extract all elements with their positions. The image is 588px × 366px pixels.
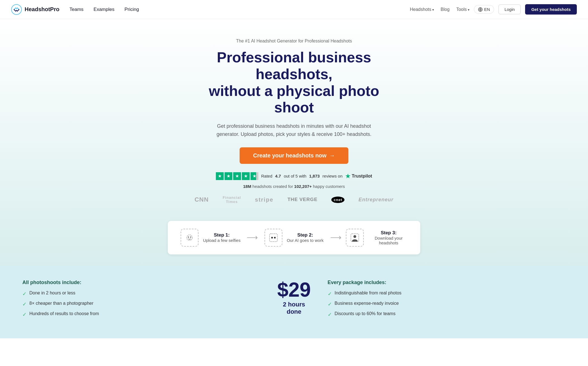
trustpilot-star-icon: ★ [345,173,350,180]
pricing-nav-link[interactable]: Pricing [124,7,139,12]
check-icon-r3: ✓ [328,311,332,318]
feature-text-1: Done in 2 hours or less [29,291,75,296]
examples-nav-link[interactable]: Examples [94,7,115,12]
check-icon-r2: ✓ [328,301,332,307]
trustpilot-name: Trustpilot [352,174,372,179]
lang-label: EN [484,7,490,12]
check-icon-3: ✓ [22,311,27,318]
right-feature-text-2: Business expense-ready invoice [335,301,399,306]
step-1-text: Step 1: Upload a few selfies [203,232,240,243]
trustpilot-stars: ★ ★ ★ ★ ★ [216,172,258,180]
step-3-icon [346,229,364,247]
step-1-desc: Upload a few selfies [203,238,240,243]
star-1: ★ [216,172,224,180]
blog-nav-link[interactable]: Blog [441,7,450,12]
hero-cta-button[interactable]: Create your headshots now → [240,147,348,164]
right-feature-text-1: Indistinguishable from real photos [335,291,402,296]
login-button[interactable]: Login [499,4,521,14]
check-icon-1: ✓ [22,291,27,297]
nav-right: Headshots Blog Tools EN Login Get your h… [410,4,577,15]
features-right-col: Every package includes: ✓ Indistinguisha… [328,280,566,322]
get-headshots-nav-button[interactable]: Get your headshots [525,4,577,15]
svg-point-2 [187,235,192,240]
hero-section: The #1 AI Headshot Generator for Profess… [0,19,588,266]
out-of-text: out of 5 with [284,174,306,178]
check-icon-2: ✓ [22,301,27,307]
customers-count: 102,207+ [294,184,312,189]
globe-icon [478,7,483,12]
step-2-arrow: ⟶ [330,233,341,242]
hero-description: Get professional business headshots in m… [210,122,378,138]
svg-point-9 [353,235,356,238]
features-right-title: Every package includes: [328,280,566,285]
svg-rect-5 [270,234,277,242]
teams-nav-link[interactable]: Teams [69,7,83,12]
selfie-icon [185,233,195,243]
hero-title-line1: Professional business headshots, [217,49,371,82]
step-2-title: Step 2: [287,232,324,238]
svg-point-3 [188,237,189,238]
svg-point-4 [190,237,191,238]
price-value: $29 [277,280,311,300]
right-feature-item-3: ✓ Discounts up to 60% for teams [328,311,566,318]
features-left-col: All photoshoots include: ✓ Done in 2 hou… [22,280,260,322]
fade-section: The #1 AI Headshot Generator for Profess… [0,19,588,338]
svg-point-7 [274,237,276,239]
features-section: All photoshoots include: ✓ Done in 2 hou… [0,266,588,338]
press-logo-cnet: cnet [331,197,344,203]
trustpilot-logo: ★ Trustpilot [345,173,372,180]
press-logo-stripe: stripe [255,197,273,203]
logo-link[interactable]: HeadshotPro [11,4,59,15]
features-left-title: All photoshoots include: [22,280,260,285]
hero-title: Professional business headshots, without… [193,49,395,116]
review-count: 1,873 [309,174,320,178]
hero-title-line2: without a physical photo shoot [209,83,379,116]
nav-left: HeadshotPro Teams Examples Pricing [11,4,139,15]
star-4: ★ [242,172,250,180]
language-button[interactable]: EN [474,5,494,14]
trust-score: 4.7 [275,174,281,178]
star-3: ★ [233,172,241,180]
feature-item-3: ✓ Hundreds of results to choose from [22,311,260,318]
headshots-nav-link[interactable]: Headshots [410,7,434,12]
logo-icon [11,4,22,15]
ai-work-icon [268,233,278,243]
download-headshot-icon [350,233,360,243]
step-3-text: Step 3: Download your headshots [368,230,409,245]
feature-text-3: Hundreds of results to choose from [29,311,99,316]
tools-nav-link[interactable]: Tools [456,7,469,12]
step-1: Step 1: Upload a few selfies [179,229,242,247]
right-feature-item-2: ✓ Business expense-ready invoice [328,301,566,307]
press-logo-entrepreneur: Entrepreneur [358,197,393,203]
feature-item-2: ✓ 8× cheaper than a photographer [22,301,260,307]
right-feature-item-1: ✓ Indistinguishable from real photos [328,291,566,297]
arrow-icon: → [329,152,335,159]
step-3-desc: Download your headshots [368,236,409,245]
brand-name: HeadshotPro [25,6,59,13]
hero-subtitle: The #1 AI Headshot Generator for Profess… [236,39,352,44]
star-2: ★ [225,172,232,180]
press-logos: CNN FinancialTimes stripe THE VERGE cnet… [195,195,394,204]
trustpilot-row: ★ ★ ★ ★ ★ Rated 4.7 out of 5 with 1,873 … [216,172,372,180]
step-3: Step 3: Download your headshots [346,229,409,247]
press-logo-cnn: CNN [195,196,209,203]
press-logo-verge: THE VERGE [287,197,317,202]
customers-text: happy customers [313,184,345,189]
step-2-text: Step 2: Our AI goes to work [287,232,324,243]
svg-point-0 [11,4,22,15]
stats-row: 18M headshots created for 102,207+ happy… [243,184,345,189]
step-2: Step 2: Our AI goes to work [262,229,325,247]
svg-point-6 [271,237,273,239]
rated-text: Rated [261,174,272,178]
price-center: $29 2 hours done [271,280,316,315]
steps-bar: Step 1: Upload a few selfies ⟶ Step 2: O… [168,221,420,254]
navbar: HeadshotPro Teams Examples Pricing Heads… [0,0,588,19]
feature-item-1: ✓ Done in 2 hours or less [22,291,260,297]
press-logo-ft: FinancialTimes [223,195,241,204]
step-1-icon [181,229,199,247]
step-2-desc: Our AI goes to work [287,238,324,243]
step-2-icon [265,229,282,247]
right-feature-text-3: Discounts up to 60% for teams [335,311,396,316]
hero-cta-label: Create your headshots now [253,152,326,159]
step-1-arrow: ⟶ [247,233,258,242]
